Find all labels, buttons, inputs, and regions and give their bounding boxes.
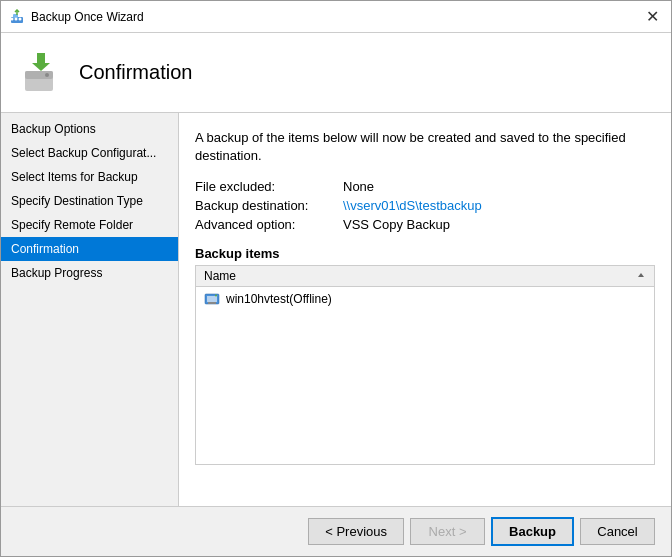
items-table-header: Name xyxy=(196,266,654,287)
cancel-button[interactable]: Cancel xyxy=(580,518,655,545)
wizard-window: Backup Once Wizard ✕ Confirmation Backup… xyxy=(0,0,672,557)
backup-icon xyxy=(17,49,65,97)
svg-point-3 xyxy=(15,17,18,20)
close-button[interactable]: ✕ xyxy=(642,7,663,26)
backup-dest-value: \\vserv01\dS\testbackup xyxy=(343,198,655,213)
next-button[interactable]: Next > xyxy=(410,518,485,545)
window-title: Backup Once Wizard xyxy=(31,10,144,24)
svg-point-4 xyxy=(19,17,22,20)
sidebar-item-specify-destination[interactable]: Specify Destination Type xyxy=(1,189,178,213)
svg-point-2 xyxy=(11,17,14,20)
advanced-option-label: Advanced option: xyxy=(195,217,335,232)
previous-button[interactable]: < Previous xyxy=(308,518,404,545)
header-area: Confirmation xyxy=(1,33,671,113)
sidebar: Backup Options Select Backup Configurat.… xyxy=(1,113,179,506)
svg-point-8 xyxy=(45,73,49,77)
sidebar-item-select-backup-config[interactable]: Select Backup Configurat... xyxy=(1,141,178,165)
backup-items-label: Backup items xyxy=(195,246,655,261)
title-bar: Backup Once Wizard ✕ xyxy=(1,1,671,33)
header-title: Confirmation xyxy=(79,61,192,84)
sidebar-item-select-items[interactable]: Select Items for Backup xyxy=(1,165,178,189)
table-row[interactable]: win10hvtest(Offline) xyxy=(196,287,654,311)
sidebar-item-confirmation[interactable]: Confirmation xyxy=(1,237,178,261)
svg-point-12 xyxy=(215,295,217,297)
column-header-name: Name xyxy=(204,269,236,283)
file-excluded-label: File excluded: xyxy=(195,179,335,194)
svg-rect-10 xyxy=(207,296,217,302)
main-content: A backup of the items below will now be … xyxy=(179,113,671,506)
vm-icon xyxy=(204,291,220,307)
svg-rect-11 xyxy=(208,302,216,304)
title-bar-left: Backup Once Wizard xyxy=(9,9,144,25)
sidebar-item-specify-remote[interactable]: Specify Remote Folder xyxy=(1,213,178,237)
footer: < Previous Next > Backup Cancel xyxy=(1,506,671,556)
backup-dest-label: Backup destination: xyxy=(195,198,335,213)
description-text: A backup of the items below will now be … xyxy=(195,129,655,165)
content-area: Backup Options Select Backup Configurat.… xyxy=(1,113,671,506)
vm-name: win10hvtest(Offline) xyxy=(226,292,332,306)
sort-icon xyxy=(636,271,646,281)
sidebar-item-backup-progress[interactable]: Backup Progress xyxy=(1,261,178,285)
file-excluded-value: None xyxy=(343,179,655,194)
advanced-option-value: VSS Copy Backup xyxy=(343,217,655,232)
items-table: Name win10hvtest(Offline) xyxy=(195,265,655,465)
sidebar-item-backup-options[interactable]: Backup Options xyxy=(1,117,178,141)
info-grid: File excluded: None Backup destination: … xyxy=(195,179,655,232)
window-icon xyxy=(9,9,25,25)
backup-button[interactable]: Backup xyxy=(491,517,574,546)
